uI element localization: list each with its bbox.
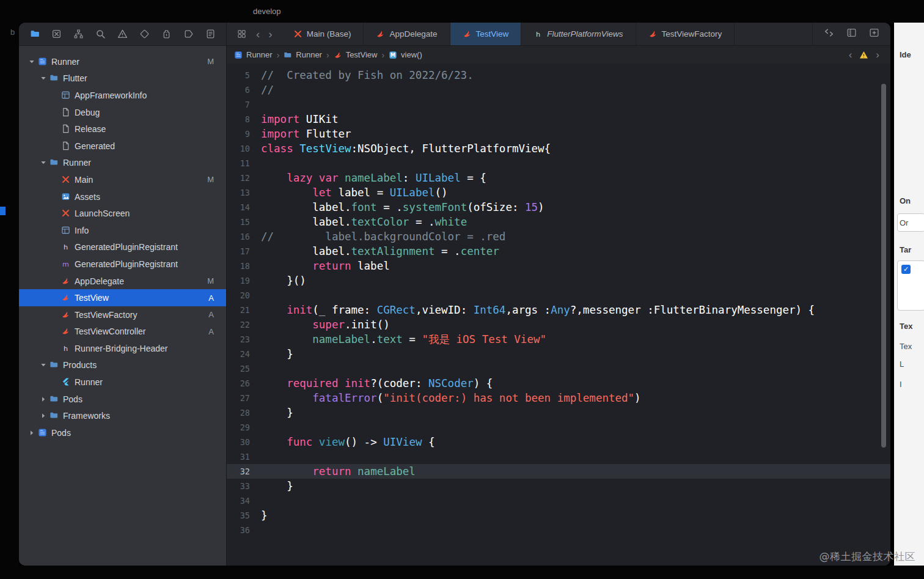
sidebar-item-launchscreen[interactable]: LaunchScreen bbox=[19, 205, 226, 222]
sidebar-item-runner-bridging-header[interactable]: hRunner-Bridging-Header bbox=[19, 340, 226, 357]
breadcrumb-item-runner[interactable]: Runner bbox=[234, 50, 273, 59]
debug-navigator-icon[interactable] bbox=[160, 28, 172, 40]
code-line-8[interactable]: 8import UIKit bbox=[227, 112, 890, 127]
code-line-28[interactable]: 28 } bbox=[227, 405, 890, 420]
toolbar: ‹ › Main (Base)AppDelegateTestViewhFlutt… bbox=[19, 23, 890, 46]
sidebar-item-generatedpluginregistrant[interactable]: mGeneratedPluginRegistrant bbox=[19, 256, 226, 273]
chevron-right-icon[interactable] bbox=[40, 413, 50, 419]
warning-icon[interactable] bbox=[859, 51, 868, 59]
tab-overview-icon[interactable] bbox=[235, 28, 248, 40]
code-line-17[interactable]: 17 label.textAlignment = .center bbox=[227, 244, 890, 259]
code-line-7[interactable]: 7 bbox=[227, 97, 890, 112]
add-editor-icon[interactable] bbox=[869, 28, 879, 40]
sidebar-item-debug[interactable]: Debug bbox=[19, 104, 226, 121]
code-line-33[interactable]: 33 } bbox=[227, 479, 890, 493]
tab-testview[interactable]: TestView bbox=[450, 23, 522, 45]
sidebar-item-runner[interactable]: RunnerM bbox=[19, 53, 226, 70]
source-control-navigator-icon[interactable] bbox=[51, 28, 63, 40]
tab-main-base[interactable]: Main (Base) bbox=[281, 23, 364, 45]
next-issue-button[interactable]: › bbox=[876, 50, 879, 60]
code-line-29[interactable]: 29 bbox=[227, 420, 890, 435]
sidebar-item-pods[interactable]: Pods bbox=[19, 424, 226, 441]
code-line-14[interactable]: 14 label.font = .systemFont(ofSize: 15) bbox=[227, 200, 890, 215]
sidebar-item-products[interactable]: Products bbox=[19, 357, 226, 374]
chevron-down-icon[interactable] bbox=[40, 75, 50, 81]
code-line-22[interactable]: 22 super.init() bbox=[227, 317, 890, 332]
chevron-down-icon[interactable] bbox=[40, 362, 50, 368]
breadcrumb-item-runner[interactable]: Runner bbox=[284, 50, 322, 59]
sidebar-item-frameworks[interactable]: Frameworks bbox=[19, 407, 226, 424]
editor-options-icon[interactable] bbox=[846, 28, 857, 40]
sidebar-item-assets[interactable]: Assets bbox=[19, 188, 226, 205]
chevron-right-icon[interactable] bbox=[40, 396, 50, 402]
code-line-15[interactable]: 15 label.textColor = .white bbox=[227, 215, 890, 229]
background-bottom-bar bbox=[0, 566, 924, 579]
code-line-10[interactable]: 10class TestView:NSObject, FlutterPlatfo… bbox=[227, 141, 890, 156]
code-line-31[interactable]: 31 bbox=[227, 449, 890, 464]
tab-appdelegate[interactable]: AppDelegate bbox=[364, 23, 450, 45]
code-line-25[interactable]: 25 bbox=[227, 361, 890, 376]
code-line-5[interactable]: 5// Created by Fish on 2022/6/23. bbox=[227, 68, 890, 83]
report-navigator-icon[interactable] bbox=[204, 28, 216, 40]
prev-issue-button[interactable]: ‹ bbox=[849, 50, 853, 60]
code-line-6[interactable]: 6// bbox=[227, 83, 890, 97]
code-line-19[interactable]: 19 }() bbox=[227, 273, 890, 288]
target-membership-checkbox[interactable]: ✓ bbox=[901, 265, 911, 274]
code-line-27[interactable]: 27 fatalError("init(coder:) has not been… bbox=[227, 391, 890, 405]
code-line-12[interactable]: 12 lazy var nameLabel: UILabel = { bbox=[227, 171, 890, 185]
issue-navigator-icon[interactable] bbox=[117, 28, 129, 40]
symbol-navigator-icon[interactable] bbox=[73, 28, 85, 40]
project-navigator-icon[interactable] bbox=[29, 28, 41, 40]
sidebar-item-testviewcontroller[interactable]: TestViewControllerA bbox=[19, 323, 226, 341]
sidebar-item-info[interactable]: Info bbox=[19, 222, 226, 239]
code-line-36[interactable]: 36 bbox=[227, 523, 890, 537]
sidebar-item-runner[interactable]: Runner bbox=[19, 155, 226, 172]
find-navigator-icon[interactable] bbox=[95, 28, 107, 40]
code-line-18[interactable]: 18 return label bbox=[227, 259, 890, 273]
breadcrumb-item-view[interactable]: Mview() bbox=[389, 50, 422, 59]
sidebar-item-appdelegate[interactable]: AppDelegateM bbox=[19, 273, 226, 290]
sidebar-item-pods[interactable]: Pods bbox=[19, 391, 226, 408]
sidebar-item-main[interactable]: MainM bbox=[19, 171, 226, 188]
sidebar-item-generated[interactable]: Generated bbox=[19, 138, 226, 155]
code-line-34[interactable]: 34 bbox=[227, 493, 890, 508]
code-line-20[interactable]: 20 bbox=[227, 288, 890, 303]
tab-flutterplatformviews[interactable]: hFlutterPlatformViews bbox=[521, 23, 636, 45]
sidebar-item-testview[interactable]: TestViewA bbox=[19, 289, 226, 306]
code-token: "我是 iOS Test View" bbox=[422, 333, 546, 345]
forward-button[interactable]: › bbox=[268, 28, 272, 40]
breadcrumb-label: view() bbox=[401, 50, 422, 59]
breakpoint-navigator-icon[interactable] bbox=[182, 28, 194, 40]
code-text: class TestView:NSObject, FlutterPlatform… bbox=[261, 141, 890, 156]
sidebar-item-flutter[interactable]: Flutter bbox=[19, 70, 226, 87]
chevron-down-icon[interactable] bbox=[29, 59, 38, 65]
sidebar-item-generatedpluginregistrant[interactable]: hGeneratedPluginRegistrant bbox=[19, 239, 226, 256]
sidebar-item-appframeworkinfo[interactable]: AppFrameworkInfo bbox=[19, 87, 226, 104]
test-navigator-icon[interactable] bbox=[138, 28, 150, 40]
code-line-35[interactable]: 35} bbox=[227, 508, 890, 523]
chevron-right-icon[interactable] bbox=[29, 430, 38, 436]
code-token: label = bbox=[332, 186, 390, 199]
code-editor[interactable]: 5// Created by Fish on 2022/6/23.6//78im… bbox=[227, 64, 890, 566]
chevron-down-icon[interactable] bbox=[40, 160, 50, 166]
tab-testviewfactory[interactable]: TestViewFactory bbox=[636, 23, 735, 45]
breadcrumb-item-testview[interactable]: TestView bbox=[334, 50, 378, 59]
code-review-icon[interactable] bbox=[824, 28, 834, 40]
back-button[interactable]: ‹ bbox=[256, 28, 260, 40]
code-line-11[interactable]: 11 bbox=[227, 156, 890, 171]
code-line-24[interactable]: 24 } bbox=[227, 347, 890, 361]
code-line-21[interactable]: 21 init(_ frame: CGRect,viewID: Int64,ar… bbox=[227, 303, 890, 317]
code-token: textColor bbox=[351, 216, 409, 228]
code-line-23[interactable]: 23 nameLabel.text = "我是 iOS Test View" bbox=[227, 332, 890, 347]
editor-scrollbar[interactable] bbox=[881, 84, 886, 448]
code-line-32[interactable]: 32 return nameLabel bbox=[227, 464, 890, 479]
sidebar-item-label: Assets bbox=[75, 192, 100, 202]
code-line-26[interactable]: 26 required init?(coder: NSCoder) { bbox=[227, 376, 890, 391]
code-line-16[interactable]: 16// label.backgroundColor = .red bbox=[227, 229, 890, 244]
code-line-13[interactable]: 13 let label = UILabel() bbox=[227, 185, 890, 200]
sidebar-item-runner[interactable]: Runner bbox=[19, 374, 226, 391]
sidebar-item-release[interactable]: Release bbox=[19, 120, 226, 138]
code-line-30[interactable]: 30 func view() -> UIView { bbox=[227, 435, 890, 449]
sidebar-item-testviewfactory[interactable]: TestViewFactoryA bbox=[19, 306, 226, 323]
code-line-9[interactable]: 9import Flutter bbox=[227, 127, 890, 141]
